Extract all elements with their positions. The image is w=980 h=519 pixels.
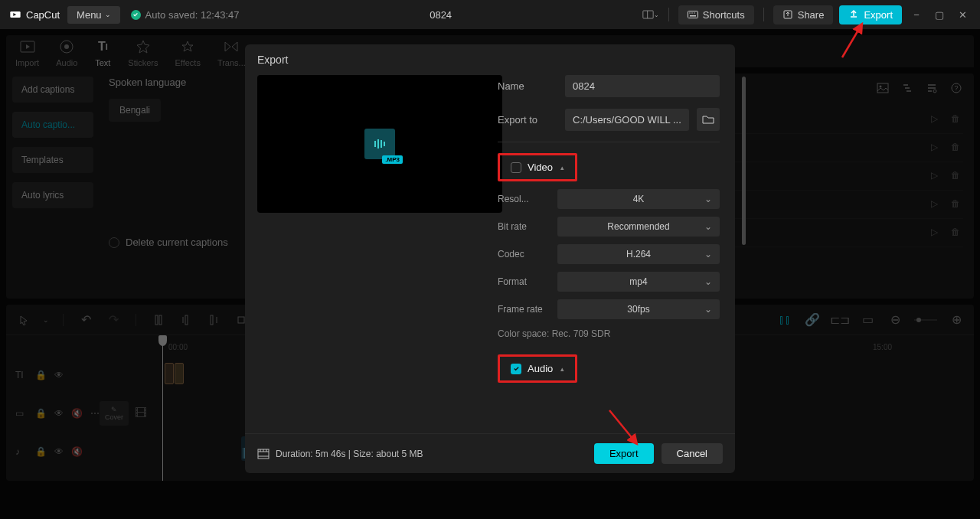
export-icon [848, 9, 859, 20]
export-to-label: Export to [498, 114, 557, 126]
export-form: Name Export to C:/Users/GOOD WILL ... Vi… [498, 75, 735, 433]
export-preview: .MP3 [245, 75, 498, 433]
video-section-toggle[interactable]: Video ▴ [498, 153, 577, 181]
svg-rect-4 [688, 11, 697, 18]
chevron-up-icon: ▴ [560, 365, 564, 373]
svg-point-5 [689, 12, 690, 13]
brand-label: CapCut [26, 9, 60, 21]
checkbox-on-icon [511, 364, 521, 374]
export-dialog-title: Export [245, 44, 735, 75]
shortcuts-button[interactable]: Shortcuts [678, 5, 754, 24]
name-input[interactable] [565, 75, 720, 97]
check-circle-icon [131, 10, 141, 20]
format-select[interactable]: mp4 [557, 272, 720, 292]
preview-thumbnail: .MP3 [257, 75, 502, 213]
capcut-logo-icon [9, 8, 21, 21]
folder-icon [702, 114, 714, 125]
export-info: Duration: 5m 46s | Size: about 5 MB [257, 449, 594, 459]
share-icon [782, 9, 793, 20]
project-name: 0824 [247, 9, 634, 21]
export-button-top[interactable]: Export [839, 5, 902, 24]
brand: CapCut [9, 8, 60, 21]
cancel-button[interactable]: Cancel [662, 443, 723, 464]
chevron-up-icon: ▴ [560, 164, 564, 171]
maximize-button[interactable]: ▢ [931, 6, 948, 23]
svg-rect-2 [643, 11, 653, 18]
minimize-button[interactable]: − [908, 6, 925, 23]
chevron-down-icon: ⌄ [105, 11, 111, 18]
svg-point-6 [691, 12, 692, 13]
framerate-select[interactable]: 30fps [557, 299, 720, 319]
bitrate-select[interactable]: Recommended [557, 217, 720, 237]
export-dialog-footer: Duration: 5m 46s | Size: about 5 MB Expo… [245, 433, 735, 473]
export-path: C:/Users/GOOD WILL ... [565, 109, 689, 131]
scrollbar-thumb[interactable] [742, 77, 746, 245]
color-space-hint: Color space: Rec. 709 SDR [498, 328, 720, 339]
codec-select[interactable]: H.264 [557, 244, 720, 264]
svg-rect-8 [690, 15, 696, 17]
film-strip-icon [257, 449, 270, 459]
export-confirm-button[interactable]: Export [594, 443, 654, 464]
menu-button[interactable]: Menu ⌄ [67, 6, 120, 24]
export-dialog: Export .MP3 Name Export to C:/Users/GOOD… [245, 44, 735, 473]
audio-section-toggle[interactable]: Audio ▴ [498, 354, 577, 383]
autosave-status: Auto saved: 12:43:47 [131, 9, 240, 21]
browse-folder-button[interactable] [697, 108, 720, 131]
checkbox-off-icon [511, 162, 521, 173]
aspect-ratio-button[interactable]: ⌄ [642, 6, 659, 23]
name-label: Name [498, 80, 557, 92]
mp3-file-icon: .MP3 [364, 129, 395, 159]
topbar: CapCut Menu ⌄ Auto saved: 12:43:47 0824 … [0, 0, 980, 29]
resolution-select[interactable]: 4K [557, 189, 720, 209]
close-button[interactable]: ✕ [954, 6, 971, 23]
svg-point-7 [694, 12, 694, 13]
keyboard-icon [688, 11, 698, 18]
share-button[interactable]: Share [773, 5, 834, 24]
top-actions: ⌄ Shortcuts Share Export − ▢ ✕ [642, 5, 971, 24]
